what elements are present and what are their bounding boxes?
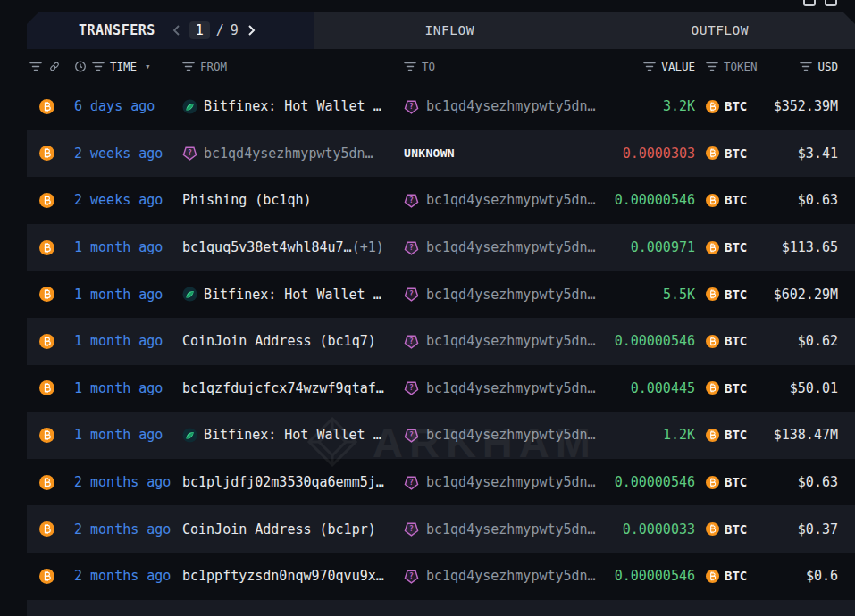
from-label[interactable]: Bitfinex: Hot Wallet … [204,98,381,114]
token-label[interactable]: BTC [725,381,747,395]
column-header-time[interactable]: TIME ▾ [73,49,182,83]
window-icon[interactable] [803,0,816,6]
to-label[interactable]: bc1qd4ysezhmypwty5dn… [426,474,596,490]
filter-icon[interactable] [92,61,105,72]
token-label[interactable]: BTC [725,428,747,442]
table-row[interactable]: 1 month agoBitfinex: Hot Wallet …?bc1qd4… [27,412,855,459]
to-label[interactable]: bc1qd4ysezhmypwty5dn… [426,239,596,255]
column-header-to-label: TO [422,60,435,73]
time-cell: 1 month ago [73,412,182,459]
filter-icon[interactable] [800,61,812,72]
to-label[interactable]: bc1qd4ysezhmypwty5dn… [426,427,596,443]
filter-icon[interactable] [706,61,718,72]
usd-cell: $0.37 [774,505,855,553]
column-header-to[interactable]: TO [402,49,608,83]
token-label[interactable]: BTC [725,334,747,348]
table-row[interactable]: 1 month agoCoinJoin Address (bc1q7)?bc1q… [27,318,855,365]
from-cell: bc1quq5v38et4whl84u7…(+1) [182,224,402,271]
to-cell: ?bc1qd4ysezhmypwty5dn… [402,412,608,459]
transfer-time-link[interactable]: 1 month ago [74,333,163,349]
to-label[interactable]: bc1qd4ysezhmypwty5dn… [426,333,596,349]
svg-text:?: ? [409,196,414,204]
caret-down-icon[interactable]: ▾ [145,61,151,72]
value-cell: 0.0000033 [608,505,700,553]
token-label[interactable]: BTC [725,287,747,302]
column-header-from[interactable]: FROM [182,49,402,83]
inflow-tab-label: INFLOW [425,23,474,37]
token-label[interactable]: BTC [725,193,747,207]
transfer-time-link[interactable]: 2 weeks ago [74,192,163,208]
table-row[interactable]: 2 months agobc1ppftyzsdn0nqw970qvu9x…?bc… [27,553,855,600]
tab-bar: TRANSFERS 1 / 9 INFLOW OUTFLOW [27,12,855,49]
column-header-usd[interactable]: USD [774,49,855,83]
from-label[interactable]: bc1qd4ysezhmypwty5dn… [204,146,373,162]
from-label[interactable]: bc1pljdfj02m3530qa6emm5j… [182,474,384,490]
transfer-time-link[interactable]: 2 weeks ago [74,146,163,162]
filter-icon[interactable] [643,61,656,72]
chevron-right-icon[interactable] [245,24,257,37]
filter-icon[interactable] [182,61,195,72]
column-header-value[interactable]: VALUE [608,49,700,83]
btc-icon [706,287,719,301]
from-label[interactable]: CoinJoin Address (bc1pr) [182,521,376,537]
token-label[interactable]: BTC [725,240,747,254]
table-row[interactable]: 2 months agoCoinJoin Address (bc1pr)?bc1… [27,505,855,553]
svg-text:?: ? [409,572,414,580]
table-row[interactable]: 6 days agoBitfinex: Hot Wallet …?bc1qd4y… [27,83,855,130]
link-icon[interactable] [48,61,61,72]
token-label[interactable]: BTC [725,99,747,113]
transfer-time-link[interactable]: 1 month ago [74,239,163,255]
transfer-time-link[interactable]: 1 month ago [74,380,163,396]
table-row[interactable]: 1 month agobc1quq5v38et4whl84u7…(+1)?bc1… [27,224,855,271]
token-label[interactable]: BTC [725,569,747,583]
to-cell: ?bc1qd4ysezhmypwty5dn… [402,177,608,224]
transfer-time-link[interactable]: 2 months ago [74,521,171,537]
question-pentagon-icon: ? [404,193,419,208]
transfer-time-link[interactable]: 1 month ago [74,427,163,443]
clock-icon[interactable] [74,61,87,72]
tab-outflow[interactable]: OUTFLOW [585,12,855,49]
to-label[interactable]: UNKNOWN [404,146,455,160]
table-row[interactable]: 2 weeks ago?bc1qd4ysezhmypwty5dn…UNKNOWN… [27,130,855,178]
filter-icon[interactable] [404,61,416,72]
chain-cell [27,83,73,130]
table-row[interactable]: 2 months agobc1pljdfj02m3530qa6emm5j…?bc… [27,459,855,506]
table-header: TIME ▾ FROM TO VALUE TOKEN [27,49,855,83]
token-label[interactable]: BTC [725,522,747,537]
transfer-time-link[interactable]: 2 months ago [74,568,171,584]
to-label[interactable]: bc1qd4ysezhmypwty5dn… [426,287,596,303]
tab-inflow[interactable]: INFLOW [314,12,585,49]
tab-transfers[interactable]: TRANSFERS 1 / 9 [27,12,314,49]
from-label[interactable]: bc1ppftyzsdn0nqw970qvu9x… [182,568,384,584]
time-cell: 1 month ago [73,271,182,318]
value-cell: 0.00000546 [608,553,700,600]
column-header-token[interactable]: TOKEN [700,49,774,83]
from-label[interactable]: CoinJoin Address (bc1q7) [182,333,376,349]
to-label[interactable]: bc1qd4ysezhmypwty5dn… [426,568,596,584]
from-label[interactable]: Phishing (bc1qh) [182,192,312,208]
from-label[interactable]: Bitfinex: Hot Wallet … [204,287,381,303]
from-label[interactable]: Bitfinex: Hot Wallet … [204,427,381,443]
question-pentagon-icon: ? [404,428,419,443]
time-cell: 2 weeks ago [73,130,182,178]
from-label[interactable]: bc1qzfdujcfcx74wzwf9qtaf… [182,380,384,396]
to-label[interactable]: bc1qd4ysezhmypwty5dn… [426,521,596,537]
token-label[interactable]: BTC [725,475,747,489]
token-label[interactable]: BTC [725,146,747,161]
question-pentagon-icon: ? [404,240,419,255]
window-icon[interactable] [825,0,837,6]
filter-icon[interactable] [29,61,42,72]
table-row[interactable]: 2 weeks agoPhishing (bc1qh)?bc1qd4ysezhm… [27,177,855,224]
from-label[interactable]: bc1quq5v38et4whl84u7… [182,239,352,255]
transfer-time-link[interactable]: 6 days ago [74,98,155,114]
svg-text:?: ? [409,431,414,439]
to-label[interactable]: bc1qd4ysezhmypwty5dn… [426,380,596,396]
chevron-left-icon[interactable] [171,24,183,37]
transfer-time-link[interactable]: 1 month ago [74,287,163,303]
table-row[interactable]: 1 month agoBitfinex: Hot Wallet …?bc1qd4… [27,271,855,318]
transfers-table-body: 6 days agoBitfinex: Hot Wallet …?bc1qd4y… [27,83,855,616]
table-row[interactable]: 1 month agobc1qzfdujcfcx74wzwf9qtaf…?bc1… [27,365,855,412]
to-label[interactable]: bc1qd4ysezhmypwty5dn… [426,192,596,208]
to-label[interactable]: bc1qd4ysezhmypwty5dn… [426,98,596,114]
transfer-time-link[interactable]: 2 months ago [74,474,171,490]
